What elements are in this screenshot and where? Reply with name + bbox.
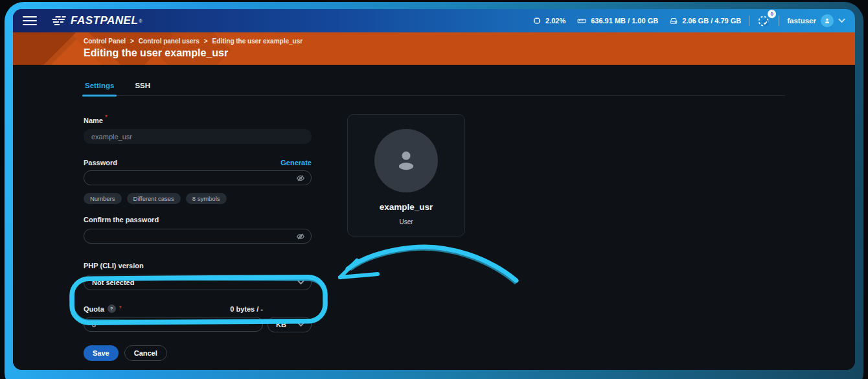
topbar-divider <box>779 16 779 26</box>
chevron-down-icon <box>297 322 304 327</box>
ram-icon <box>577 16 587 25</box>
toggle-password-visibility-icon[interactable] <box>296 174 305 185</box>
quota-unit-value: KB <box>276 321 286 328</box>
breadcrumb: Control Panel > Control panel users > Ed… <box>84 38 855 45</box>
chevron-down-icon <box>297 280 304 285</box>
breadcrumb-control-panel[interactable]: Control Panel <box>84 38 126 45</box>
notifications-count-badge: 0 <box>768 10 776 18</box>
confirm-password-field[interactable] <box>84 229 312 244</box>
password-hint-numbers: Numbers <box>84 193 122 204</box>
toggle-confirm-visibility-icon[interactable] <box>296 232 305 244</box>
confirm-password-label: Confirm the password <box>84 216 159 224</box>
password-hints: Numbers Different cases 8 symbols <box>84 193 312 204</box>
quota-field[interactable] <box>84 317 263 332</box>
generate-password-link[interactable]: Generate <box>280 159 312 167</box>
name-label: Name <box>84 117 103 124</box>
top-bar: FASTPANEL ® 2.02% 636.91 MB / 1.00 GB <box>13 9 855 32</box>
quota-label: Quota <box>84 305 104 313</box>
chevron-down-icon <box>838 18 845 23</box>
required-mark: * <box>105 114 108 121</box>
quota-section: Quota ? * 0 bytes / - KB <box>84 304 312 332</box>
quota-usage-value: 0 bytes / - <box>230 305 263 313</box>
cancel-button[interactable]: Cancel <box>124 345 167 361</box>
disk-usage-stat: 2.06 GB / 4.79 GB <box>669 16 741 25</box>
tab-ssh[interactable]: SSH <box>133 82 152 95</box>
username-label: fastuser <box>787 17 816 25</box>
user-card: example_usr User <box>347 114 465 236</box>
breadcrumb-separator: > <box>204 38 208 45</box>
topbar-divider <box>749 16 749 26</box>
logo-registered-mark: ® <box>139 19 142 23</box>
name-field[interactable] <box>84 129 312 144</box>
quota-unit-select[interactable]: KB <box>268 317 312 332</box>
quota-help-icon[interactable]: ? <box>108 304 116 313</box>
disk-usage-value: 2.06 GB / 4.79 GB <box>682 17 741 25</box>
ram-usage-value: 636.91 MB / 1.00 GB <box>591 17 658 25</box>
tabs: Settings SSH <box>84 82 785 96</box>
user-edit-form: Name* Password Generate <box>84 114 312 361</box>
page-header: Control Panel > Control panel users > Ed… <box>13 32 855 65</box>
user-card-name: example_usr <box>380 202 433 212</box>
logo-lines-icon <box>50 16 67 26</box>
breadcrumb-current: Editing the user example_usr <box>212 38 303 45</box>
breadcrumb-separator: > <box>130 38 134 45</box>
php-cli-version-label: PHP (CLI) version <box>84 262 144 270</box>
password-hint-cases: Different cases <box>127 193 181 204</box>
password-hint-symbols: 8 symbols <box>186 193 227 204</box>
page-title: Editing the user example_usr <box>84 47 855 59</box>
cpu-icon <box>532 16 542 25</box>
breadcrumb-control-panel-users[interactable]: Control panel users <box>139 38 200 45</box>
php-cli-version-select[interactable]: Not selected <box>84 275 312 290</box>
logo-text: FASTPANEL <box>71 14 138 27</box>
desktop-background: FASTPANEL ® 2.02% 636.91 MB / 1.00 GB <box>5 2 863 379</box>
hamburger-menu-icon[interactable] <box>23 16 37 25</box>
disk-icon <box>669 16 678 25</box>
password-field[interactable] <box>84 170 312 185</box>
tab-settings[interactable]: Settings <box>84 82 115 95</box>
fastpanel-logo[interactable]: FASTPANEL ® <box>50 14 142 27</box>
required-mark: * <box>119 305 122 312</box>
ram-usage-stat: 636.91 MB / 1.00 GB <box>577 16 658 25</box>
person-icon <box>823 17 831 25</box>
person-icon <box>391 146 421 176</box>
cpu-usage-stat: 2.02% <box>532 16 565 25</box>
user-card-avatar <box>374 129 438 192</box>
user-card-role: User <box>399 218 413 225</box>
password-label: Password <box>84 159 117 167</box>
user-menu[interactable]: fastuser <box>787 14 845 27</box>
notifications-button[interactable]: 0 <box>757 14 771 28</box>
save-button[interactable]: Save <box>84 345 119 361</box>
main-content: Settings SSH Name* Password <box>13 65 855 370</box>
user-avatar <box>821 14 834 27</box>
php-cli-version-value: Not selected <box>92 279 134 286</box>
cpu-usage-value: 2.02% <box>545 17 565 25</box>
fastpanel-window: FASTPANEL ® 2.02% 636.91 MB / 1.00 GB <box>13 9 855 370</box>
